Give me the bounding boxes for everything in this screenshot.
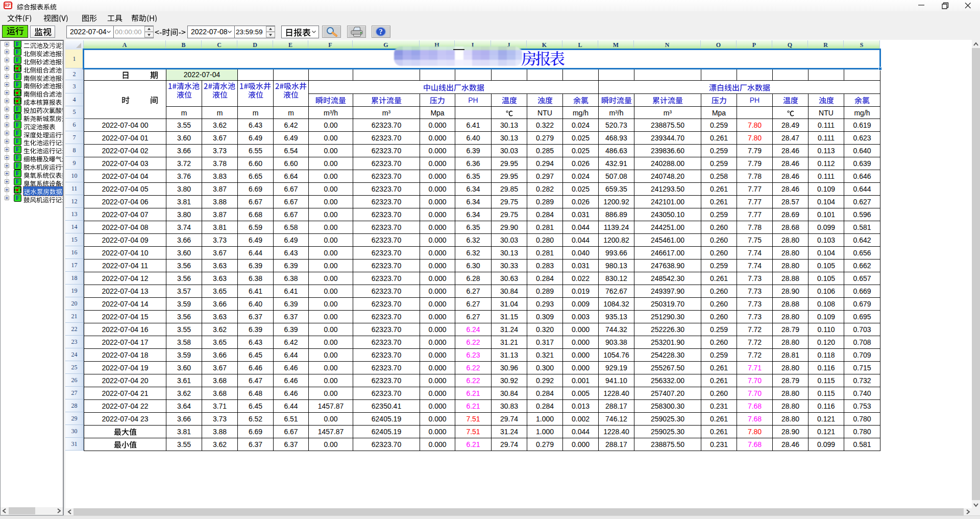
svg-text:?: ? — [379, 28, 383, 36]
